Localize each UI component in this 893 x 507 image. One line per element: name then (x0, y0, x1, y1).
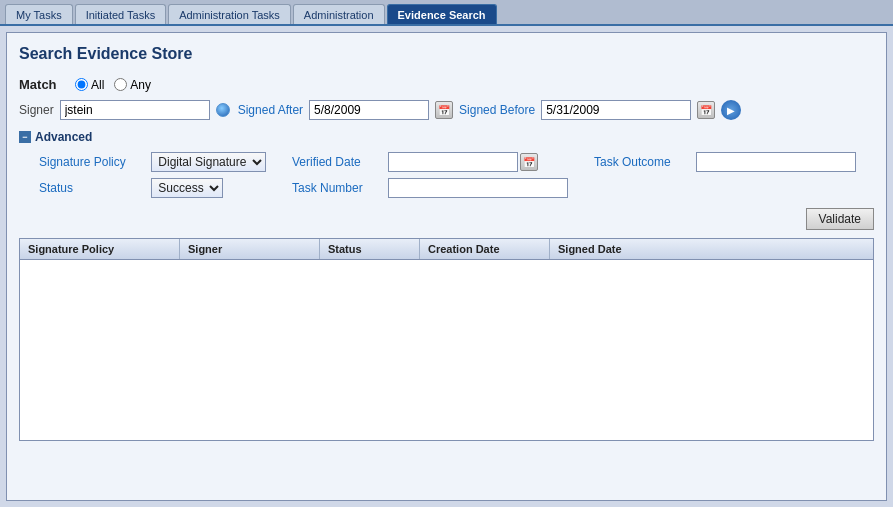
main-content: Search Evidence Store Match All Any Sign… (6, 32, 887, 501)
tab-initiated-tasks[interactable]: Initiated Tasks (75, 4, 167, 24)
validate-row: Validate (19, 208, 874, 230)
task-number-label: Task Number (292, 181, 380, 195)
validate-button[interactable]: Validate (806, 208, 874, 230)
match-label: Match (19, 77, 69, 92)
signature-policy-label: Signature Policy (39, 155, 143, 169)
verified-date-input[interactable] (388, 152, 518, 172)
status-select[interactable]: Success Failure Pending (151, 178, 223, 198)
verified-date-calendar-icon[interactable]: 📅 (520, 153, 538, 171)
signed-before-label: Signed Before (459, 103, 535, 117)
signature-policy-select[interactable]: Digital Signature Other (151, 152, 266, 172)
signer-dot-icon (216, 103, 230, 117)
match-all-radio[interactable] (75, 78, 88, 91)
task-number-input[interactable] (388, 178, 568, 198)
signed-after-calendar-icon[interactable]: 📅 (435, 101, 453, 119)
tab-administration-tasks[interactable]: Administration Tasks (168, 4, 291, 24)
status-field: Success Failure Pending (151, 178, 284, 198)
col-signed-date: Signed Date (550, 239, 670, 259)
tab-bar: My Tasks Initiated Tasks Administration … (0, 0, 893, 26)
col-creation-date: Creation Date (420, 239, 550, 259)
status-label: Status (39, 181, 143, 195)
col-status: Status (320, 239, 420, 259)
advanced-grid: Signature Policy Digital Signature Other… (39, 152, 874, 198)
match-any-radio[interactable] (114, 78, 127, 91)
signer-label: Signer (19, 103, 54, 117)
task-outcome-input[interactable] (696, 152, 856, 172)
advanced-expand-icon[interactable]: − (19, 131, 31, 143)
signed-before-calendar-icon[interactable]: 📅 (697, 101, 715, 119)
advanced-section: − Advanced Signature Policy Digital Sign… (19, 130, 874, 198)
signed-before-input[interactable] (541, 100, 691, 120)
match-radio-group: All Any (75, 78, 151, 92)
match-row: Match All Any (19, 77, 874, 92)
match-any-option[interactable]: Any (114, 78, 151, 92)
verified-date-label: Verified Date (292, 155, 380, 169)
search-play-icon[interactable]: ▶ (721, 100, 741, 120)
signer-row: Signer Signed After 📅 Signed Before 📅 ▶ (19, 100, 874, 120)
col-signer: Signer (180, 239, 320, 259)
page-title: Search Evidence Store (19, 45, 874, 63)
task-outcome-label: Task Outcome (594, 155, 688, 169)
table-header: Signature Policy Signer Status Creation … (20, 239, 873, 260)
results-section: Validate Signature Policy Signer Status … (19, 208, 874, 441)
advanced-header[interactable]: − Advanced (19, 130, 874, 144)
match-all-label: All (91, 78, 104, 92)
match-any-label: Any (130, 78, 151, 92)
tab-evidence-search[interactable]: Evidence Search (387, 4, 497, 24)
signer-input[interactable] (60, 100, 210, 120)
advanced-label: Advanced (35, 130, 92, 144)
tab-administration[interactable]: Administration (293, 4, 385, 24)
signed-after-input[interactable] (309, 100, 429, 120)
tab-my-tasks[interactable]: My Tasks (5, 4, 73, 24)
col-signature-policy: Signature Policy (20, 239, 180, 259)
table-body (20, 260, 873, 440)
match-all-option[interactable]: All (75, 78, 104, 92)
results-table: Signature Policy Signer Status Creation … (19, 238, 874, 441)
signature-policy-field: Digital Signature Other (151, 152, 284, 172)
signed-after-label: Signed After (238, 103, 303, 117)
verified-date-field: 📅 (388, 152, 586, 172)
